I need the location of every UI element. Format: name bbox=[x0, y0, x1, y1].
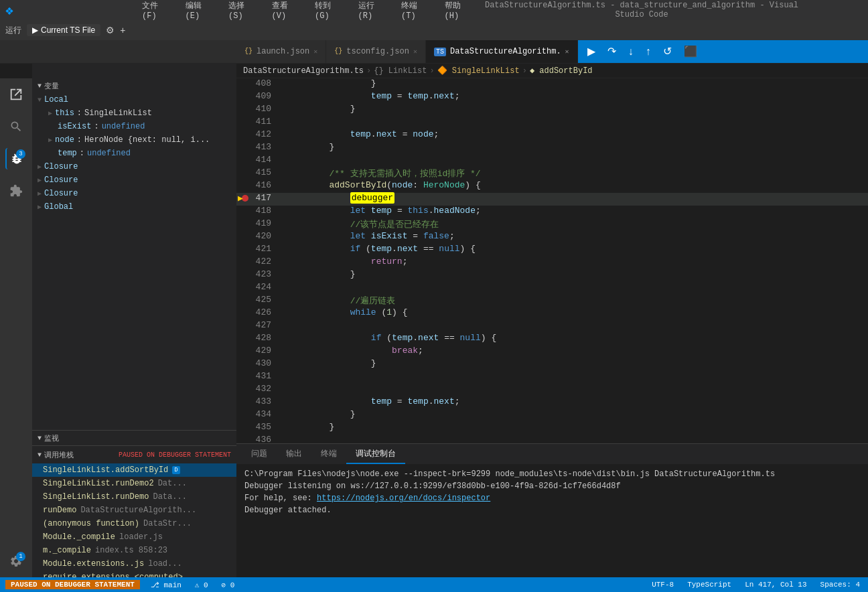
sidebar-settings-icon[interactable]: 1 bbox=[5, 550, 27, 572]
bottom-panel: 问题 输出 终端 调试控制台 C:\Program Files\nodejs\n… bbox=[236, 443, 868, 577]
watch-header[interactable]: ▼ 监视 bbox=[32, 431, 236, 445]
menu-view[interactable]: 查看(V) bbox=[269, 0, 302, 22]
callstack-item-5[interactable]: Module._compile loader.js bbox=[32, 530, 236, 544]
run-label: 运行 bbox=[5, 25, 21, 36]
tab-tsconfig[interactable]: {} tsconfig.json ✕ bbox=[326, 40, 426, 63]
table-row: ▶ 417 debugger bbox=[236, 193, 868, 206]
breadcrumb-file[interactable]: DataStructureAlgorithm.ts bbox=[243, 66, 364, 76]
menu-file[interactable]: 文件(F) bbox=[139, 0, 172, 22]
vscode-logo: ❖ bbox=[5, 2, 13, 19]
tab-algorithm-close[interactable]: ✕ bbox=[565, 48, 569, 56]
watch-title: 监视 bbox=[44, 433, 59, 443]
table-row: 411 bbox=[236, 117, 868, 129]
table-row: 434 } bbox=[236, 409, 868, 422]
status-position[interactable]: Ln 417, Col 13 bbox=[742, 581, 809, 589]
code-table: 408 } 409 temp = temp.next; 41 bbox=[236, 78, 868, 443]
callstack-section: ▼ 调用堆栈 PAUSED ON DEBUGGER STATEMENT Sing… bbox=[32, 445, 236, 577]
tab-output[interactable]: 输出 bbox=[277, 444, 311, 464]
debug-continue-btn[interactable]: ▶ bbox=[583, 45, 599, 58]
bottom-tabs[interactable]: 问题 输出 终端 调试控制台 bbox=[236, 444, 868, 464]
menu-run[interactable]: 运行(R) bbox=[356, 0, 388, 22]
callstack-item-6[interactable]: m._compile index.ts 858:23 bbox=[32, 544, 236, 557]
debug-stepout-btn[interactable]: ↑ bbox=[642, 45, 655, 58]
tree-closure2[interactable]: ▶ Closure bbox=[32, 173, 236, 187]
sidebar-search-icon[interactable] bbox=[5, 116, 27, 137]
sidebar-explorer-icon[interactable] bbox=[5, 84, 27, 105]
tree-this[interactable]: ▶ this : SingleLinkList bbox=[32, 106, 236, 120]
callstack-item-2[interactable]: SingleLinkList.runDemo Data... bbox=[32, 490, 236, 504]
sidebar-debug-icon[interactable]: 3 bbox=[5, 148, 27, 169]
menu-help[interactable]: 帮助(H) bbox=[442, 0, 475, 22]
variables-header[interactable]: ▼ 变量 bbox=[32, 78, 236, 93]
table-row: 431 bbox=[236, 371, 868, 384]
status-right: UTF-8 TypeScript Ln 417, Col 13 Spaces: … bbox=[649, 581, 863, 589]
code-scroll[interactable]: 408 } 409 temp = temp.next; 41 bbox=[236, 78, 868, 443]
callstack-item-8[interactable]: require.extensions.<computed> bbox=[32, 571, 236, 577]
callstack-item-7[interactable]: Module.extensions..js load... bbox=[32, 557, 236, 571]
settings-button[interactable]: ⚙ bbox=[106, 25, 115, 35]
inspector-link[interactable]: https://nodejs.org/en/docs/inspector bbox=[317, 494, 490, 503]
breadcrumb-method[interactable]: ◆ addSortById bbox=[530, 66, 593, 76]
menu-select[interactable]: 选择(S) bbox=[226, 0, 259, 22]
tree-node[interactable]: ▶ node : HeroNode {next: null, i... bbox=[32, 133, 236, 147]
debug-restart-btn[interactable]: ↺ bbox=[659, 45, 676, 58]
tab-bar: {} launch.json ✕ {} tsconfig.json ✕ TS D… bbox=[0, 40, 868, 64]
tab-algorithm[interactable]: TS DataStructureAlgorithm. ✕ bbox=[426, 40, 578, 63]
callstack-header[interactable]: ▼ 调用堆栈 PAUSED ON DEBUGGER STATEMENT bbox=[32, 446, 236, 463]
menu-terminal[interactable]: 终端(T) bbox=[399, 0, 431, 22]
tab-tsconfig-close[interactable]: ✕ bbox=[413, 48, 417, 56]
title-bar: ❖ 文件(F) 编辑(E) 选择(S) 查看(V) 转到(G) 运行(R) 终端… bbox=[0, 0, 868, 20]
debugger-keyword: debugger bbox=[350, 192, 394, 204]
callstack-item-3[interactable]: runDemo DataStructureAlgorith... bbox=[32, 504, 236, 517]
settings-badge: 1 bbox=[16, 552, 25, 561]
callstack-item-0[interactable]: SingleLinkList.addSortById D bbox=[32, 463, 236, 477]
status-spaces[interactable]: Spaces: 4 bbox=[818, 581, 863, 589]
tree-temp[interactable]: temp : undefined bbox=[32, 147, 236, 160]
menu-edit[interactable]: 编辑(E) bbox=[183, 0, 216, 22]
add-config-button[interactable]: + bbox=[120, 25, 125, 35]
tab-debug-console[interactable]: 调试控制台 bbox=[346, 444, 405, 464]
status-encoding[interactable]: UTF-8 bbox=[649, 581, 676, 589]
title-bar-title: DataStructureAlgorithm.ts - data_structu… bbox=[474, 1, 809, 19]
status-bar: PAUSED ON DEBUGGER STATEMENT ⎇ main ⚠ 0 … bbox=[0, 577, 868, 592]
run-section: 运行 ▶ Current TS File ⚙ + bbox=[0, 20, 868, 40]
callstack-item-4[interactable]: (anonymous function) DataStr... bbox=[32, 517, 236, 530]
tab-launch-icon: {} bbox=[244, 48, 252, 55]
table-row: 413 } bbox=[236, 142, 868, 155]
callstack-list[interactable]: SingleLinkList.addSortById D SingleLinkL… bbox=[32, 463, 236, 577]
terminal-content[interactable]: C:\Program Files\nodejs\node.exe --inspe… bbox=[236, 464, 868, 577]
debug-panel: ▼ 变量 ▼ Local ▶ this : SingleLinkList bbox=[32, 78, 236, 577]
menu-goto[interactable]: 转到(G) bbox=[312, 0, 345, 22]
status-language[interactable]: TypeScript bbox=[684, 581, 734, 589]
tree-closure3[interactable]: ▶ Closure bbox=[32, 187, 236, 200]
tab-launch[interactable]: {} launch.json ✕ bbox=[236, 40, 326, 63]
breadcrumb-singlelinklist[interactable]: 🔶 SingleLinkList bbox=[437, 66, 520, 76]
tab-launch-close[interactable]: ✕ bbox=[313, 48, 317, 56]
sidebar-extensions-icon[interactable] bbox=[5, 180, 27, 202]
run-play-button[interactable]: ▶ Current TS File bbox=[27, 24, 100, 36]
tree-global[interactable]: ▶ Global bbox=[32, 200, 236, 214]
title-bar-left: ❖ bbox=[5, 2, 139, 19]
debug-stepover-btn[interactable]: ↷ bbox=[603, 45, 620, 58]
tree-isExist[interactable]: isExist : undefined bbox=[32, 120, 236, 133]
breadcrumb-linklist[interactable]: {} LinkList bbox=[374, 66, 427, 76]
status-branch[interactable]: ⎇ main bbox=[148, 581, 184, 589]
terminal-line-4: Debugger attached. bbox=[244, 504, 860, 516]
terminal-line-3: For help, see: https://nodejs.org/en/doc… bbox=[244, 492, 860, 504]
status-errors[interactable]: ⚠ 0 ⊘ 0 bbox=[192, 581, 237, 589]
variables-tree[interactable]: ▼ Local ▶ this : SingleLinkList isExist … bbox=[32, 93, 236, 430]
status-paused[interactable]: PAUSED ON DEBUGGER STATEMENT bbox=[5, 580, 140, 589]
debug-stop-btn[interactable]: ⬛ bbox=[680, 45, 701, 58]
title-bar-menu[interactable]: 文件(F) 编辑(E) 选择(S) 查看(V) 转到(G) 运行(R) 终端(T… bbox=[139, 0, 474, 22]
table-row: 422 return; bbox=[236, 256, 868, 269]
debug-stepin-btn[interactable]: ↓ bbox=[624, 45, 638, 58]
tab-terminal[interactable]: 终端 bbox=[311, 444, 346, 464]
tab-tsconfig-label: tsconfig.json bbox=[346, 47, 409, 56]
tree-local-header[interactable]: ▼ Local bbox=[32, 93, 236, 106]
table-row: 433 temp = temp.next; bbox=[236, 396, 868, 409]
tab-problems[interactable]: 问题 bbox=[242, 444, 277, 464]
table-row: 412 temp.next = node; bbox=[236, 129, 868, 142]
table-row: 421 if (temp.next == null) { bbox=[236, 244, 868, 256]
callstack-item-1[interactable]: SingleLinkList.runDemo2 Dat... bbox=[32, 477, 236, 490]
tree-closure1[interactable]: ▶ Closure bbox=[32, 160, 236, 173]
